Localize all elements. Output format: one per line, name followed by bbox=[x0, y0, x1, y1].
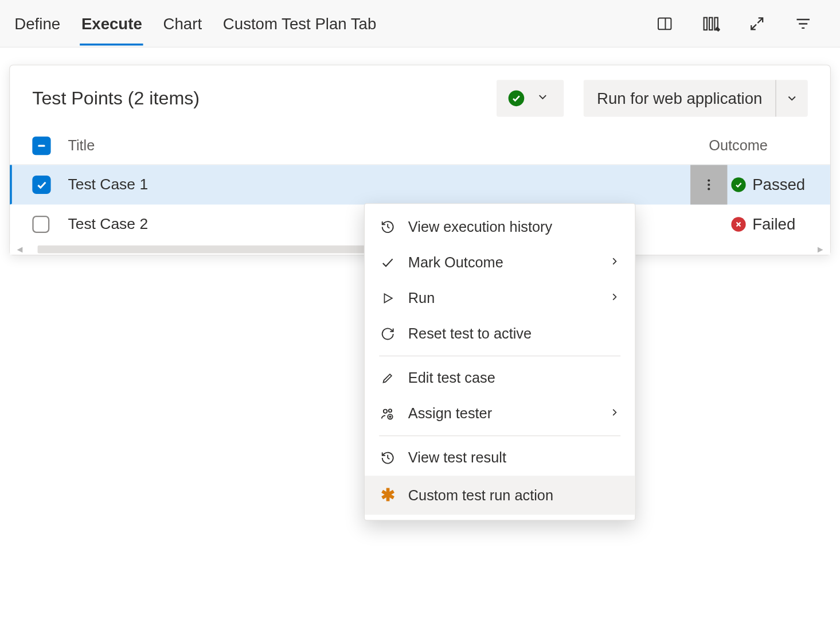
panel-title: Test Points (2 items) bbox=[32, 88, 200, 109]
checkbox-indeterminate-icon bbox=[32, 137, 50, 155]
chevron-right-icon bbox=[608, 405, 620, 422]
row-title: Test Case 1 bbox=[68, 176, 690, 193]
tab-execute[interactable]: Execute bbox=[80, 2, 143, 45]
row-checkbox[interactable] bbox=[32, 215, 68, 232]
menu-label: Assign tester bbox=[408, 405, 492, 422]
table-header: Title Outcome bbox=[10, 125, 830, 165]
select-all-checkbox[interactable] bbox=[32, 137, 68, 155]
refresh-icon bbox=[379, 326, 396, 341]
checkbox-unchecked-icon bbox=[32, 215, 49, 232]
passed-status-icon bbox=[731, 177, 745, 192]
play-icon bbox=[379, 291, 396, 305]
tab-chart[interactable]: Chart bbox=[162, 2, 203, 45]
menu-label: Edit test case bbox=[408, 369, 495, 387]
menu-separator bbox=[379, 435, 620, 436]
svg-point-16 bbox=[389, 409, 392, 412]
row-outcome: Passed bbox=[731, 175, 830, 193]
menu-assign-tester[interactable]: Assign tester bbox=[365, 396, 635, 431]
svg-rect-8 bbox=[38, 145, 45, 147]
scroll-left-icon: ◄ bbox=[15, 244, 24, 255]
assign-people-icon bbox=[379, 406, 396, 421]
svg-rect-0 bbox=[658, 18, 671, 29]
tabs: Define Execute Chart Custom Test Plan Ta… bbox=[13, 2, 378, 45]
menu-edit-test-case[interactable]: Edit test case bbox=[365, 360, 635, 396]
column-header-outcome[interactable]: Outcome bbox=[709, 137, 808, 154]
menu-label: View test result bbox=[408, 449, 506, 466]
history-icon bbox=[379, 450, 396, 465]
menu-label: Mark Outcome bbox=[408, 254, 503, 271]
menu-label: Custom test run action bbox=[408, 487, 553, 504]
row-context-menu: View execution history Mark Outcome Run … bbox=[364, 203, 636, 520]
menu-view-execution-history[interactable]: View execution history bbox=[365, 209, 635, 245]
row-checkbox[interactable] bbox=[32, 175, 68, 193]
panel-header: Test Points (2 items) Run for web applic… bbox=[10, 65, 830, 125]
table-row[interactable]: Test Case 1 Passed bbox=[10, 165, 830, 205]
chevron-down-icon[interactable] bbox=[776, 80, 808, 116]
scroll-right-icon: ► bbox=[816, 244, 825, 255]
failed-status-icon bbox=[731, 217, 745, 231]
toggle-pane-icon[interactable] bbox=[654, 13, 675, 34]
outcome-label: Passed bbox=[752, 175, 805, 193]
fullscreen-icon[interactable] bbox=[747, 13, 768, 34]
menu-label: Reset test to active bbox=[408, 325, 532, 343]
passed-status-icon bbox=[509, 91, 525, 107]
svg-rect-3 bbox=[709, 17, 712, 29]
edit-icon bbox=[379, 371, 396, 384]
svg-point-10 bbox=[708, 183, 710, 185]
chevron-right-icon bbox=[608, 254, 620, 271]
menu-view-test-result[interactable]: View test result bbox=[365, 440, 635, 476]
tab-define[interactable]: Define bbox=[13, 2, 61, 45]
filter-icon[interactable] bbox=[792, 13, 814, 34]
menu-label: View execution history bbox=[408, 219, 552, 236]
column-header-title[interactable]: Title bbox=[68, 137, 709, 154]
row-more-actions-button[interactable] bbox=[690, 165, 727, 204]
mark-outcome-dropdown[interactable] bbox=[497, 80, 564, 116]
tab-bar: Define Execute Chart Custom Test Plan Ta… bbox=[0, 0, 840, 48]
extension-action-icon: ✱ bbox=[379, 485, 396, 505]
menu-separator bbox=[379, 356, 620, 356]
toolbar-actions bbox=[654, 13, 827, 34]
column-options-icon[interactable] bbox=[700, 13, 721, 34]
menu-reset-to-active[interactable]: Reset test to active bbox=[365, 316, 635, 352]
outcome-label: Failed bbox=[752, 215, 795, 233]
run-split-button[interactable]: Run for web application bbox=[584, 80, 808, 116]
row-outcome: Failed bbox=[731, 215, 830, 233]
svg-point-11 bbox=[708, 188, 710, 190]
svg-rect-2 bbox=[704, 17, 707, 29]
checkbox-checked-icon bbox=[32, 175, 50, 193]
svg-point-9 bbox=[708, 179, 710, 181]
tab-custom[interactable]: Custom Test Plan Tab bbox=[222, 2, 378, 45]
menu-custom-test-run-action[interactable]: ✱ Custom test run action bbox=[365, 476, 635, 515]
chevron-right-icon bbox=[608, 290, 620, 307]
svg-point-15 bbox=[384, 410, 387, 413]
menu-run[interactable]: Run bbox=[365, 281, 635, 316]
run-button-label: Run for web application bbox=[584, 89, 775, 107]
chevron-down-icon bbox=[536, 89, 549, 107]
menu-mark-outcome[interactable]: Mark Outcome bbox=[365, 245, 635, 281]
history-icon bbox=[379, 220, 396, 234]
check-icon bbox=[379, 255, 396, 270]
svg-marker-14 bbox=[384, 294, 392, 302]
menu-label: Run bbox=[408, 290, 435, 307]
